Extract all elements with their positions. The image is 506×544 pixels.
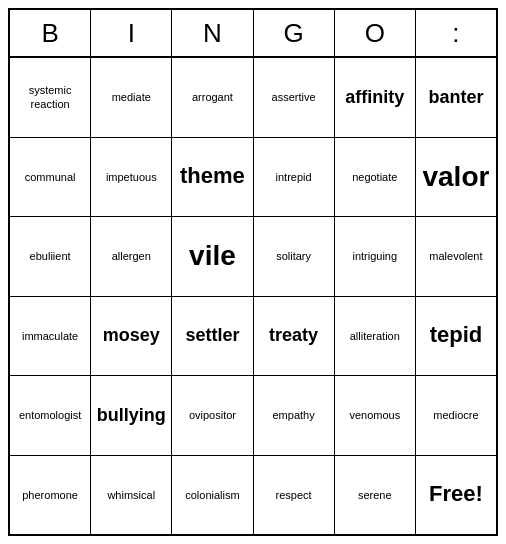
cell-text-4-0: entomologist (19, 408, 81, 422)
cell-text-3-4: alliteration (350, 329, 400, 343)
cell-text-1-4: negotiate (352, 170, 397, 184)
cell-1-4: negotiate (335, 138, 416, 217)
cell-4-0: entomologist (10, 376, 91, 455)
cell-1-2: theme (172, 138, 253, 217)
cell-1-5: valor (416, 138, 496, 217)
cell-text-5-2: colonialism (185, 488, 239, 502)
cell-3-2: settler (172, 297, 253, 376)
cell-0-4: affinity (335, 58, 416, 137)
cell-2-0: ebuliient (10, 217, 91, 296)
cell-5-0: pheromone (10, 456, 91, 535)
cell-text-2-0: ebuliient (30, 249, 71, 263)
cell-text-2-5: malevolent (429, 249, 482, 263)
header-letter-:: : (416, 10, 496, 56)
cell-2-1: allergen (91, 217, 172, 296)
cell-2-3: solitary (254, 217, 335, 296)
cell-text-5-0: pheromone (22, 488, 78, 502)
cell-2-4: intriguing (335, 217, 416, 296)
header-letter-g: G (254, 10, 335, 56)
cell-text-0-5: banter (428, 86, 483, 109)
cell-0-3: assertive (254, 58, 335, 137)
cell-text-4-3: empathy (273, 408, 315, 422)
cell-1-3: intrepid (254, 138, 335, 217)
cell-text-3-1: mosey (103, 324, 160, 347)
cell-text-2-4: intriguing (352, 249, 397, 263)
header-letter-o: O (335, 10, 416, 56)
cell-3-0: immaculate (10, 297, 91, 376)
cell-3-1: mosey (91, 297, 172, 376)
cell-text-1-3: intrepid (276, 170, 312, 184)
cell-text-3-0: immaculate (22, 329, 78, 343)
cell-text-2-1: allergen (112, 249, 151, 263)
row-0: systemic reactionmediatearrogantassertiv… (10, 58, 496, 138)
cell-text-5-4: serene (358, 488, 392, 502)
cell-0-1: mediate (91, 58, 172, 137)
cell-text-5-1: whimsical (107, 488, 155, 502)
cell-0-0: systemic reaction (10, 58, 91, 137)
cell-1-0: communal (10, 138, 91, 217)
cell-2-5: malevolent (416, 217, 496, 296)
bingo-card: BINGO: systemic reactionmediatearroganta… (8, 8, 498, 536)
header-letter-i: I (91, 10, 172, 56)
cell-text-4-1: bullying (97, 404, 166, 427)
bingo-header: BINGO: (10, 10, 496, 58)
cell-text-0-3: assertive (272, 90, 316, 104)
cell-3-5: tepid (416, 297, 496, 376)
cell-text-1-0: communal (25, 170, 76, 184)
cell-3-4: alliteration (335, 297, 416, 376)
row-2: ebuliientallergenvilesolitaryintriguingm… (10, 217, 496, 297)
cell-text-2-2: vile (189, 238, 236, 274)
cell-4-1: bullying (91, 376, 172, 455)
cell-4-5: mediocre (416, 376, 496, 455)
cell-text-5-5: Free! (429, 480, 483, 509)
cell-text-2-3: solitary (276, 249, 311, 263)
cell-4-3: empathy (254, 376, 335, 455)
cell-text-4-2: ovipositor (189, 408, 236, 422)
cell-text-4-5: mediocre (433, 408, 478, 422)
header-letter-b: B (10, 10, 91, 56)
cell-text-5-3: respect (276, 488, 312, 502)
cell-text-3-5: tepid (430, 321, 483, 350)
row-3: immaculatemoseysettlertreatyalliteration… (10, 297, 496, 377)
cell-5-1: whimsical (91, 456, 172, 535)
row-1: communalimpetuousthemeintrepidnegotiatev… (10, 138, 496, 218)
cell-5-3: respect (254, 456, 335, 535)
cell-text-0-2: arrogant (192, 90, 233, 104)
cell-text-4-4: venomous (349, 408, 400, 422)
cell-text-1-5: valor (422, 159, 489, 195)
cell-text-3-3: treaty (269, 324, 318, 347)
row-4: entomologistbullyingovipositorempathyven… (10, 376, 496, 456)
cell-text-1-1: impetuous (106, 170, 157, 184)
cell-5-4: serene (335, 456, 416, 535)
cell-text-1-2: theme (180, 162, 245, 191)
cell-text-3-2: settler (185, 324, 239, 347)
cell-3-3: treaty (254, 297, 335, 376)
cell-2-2: vile (172, 217, 253, 296)
cell-0-5: banter (416, 58, 496, 137)
cell-5-5: Free! (416, 456, 496, 535)
cell-4-4: venomous (335, 376, 416, 455)
cell-text-0-0: systemic reaction (14, 83, 86, 112)
bingo-body: systemic reactionmediatearrogantassertiv… (10, 58, 496, 534)
header-letter-n: N (172, 10, 253, 56)
row-5: pheromonewhimsicalcolonialismrespectsere… (10, 456, 496, 535)
cell-4-2: ovipositor (172, 376, 253, 455)
cell-1-1: impetuous (91, 138, 172, 217)
cell-0-2: arrogant (172, 58, 253, 137)
cell-text-0-1: mediate (112, 90, 151, 104)
cell-text-0-4: affinity (345, 86, 404, 109)
cell-5-2: colonialism (172, 456, 253, 535)
